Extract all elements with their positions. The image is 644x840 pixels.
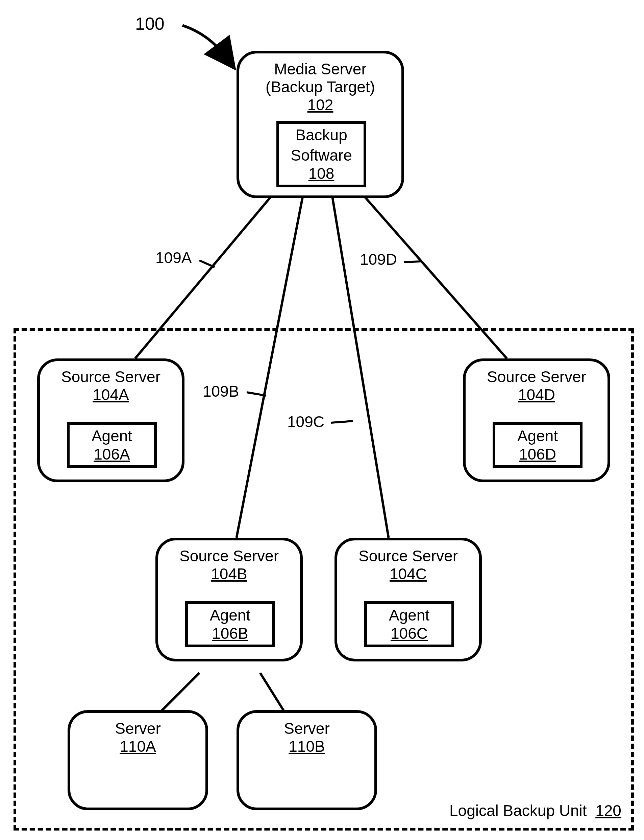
diagram-stage: 100 Media Server (Backup Target) 102 Bac…: [0, 0, 644, 840]
agent-A-label: Agent: [70, 427, 154, 445]
backup-software-ref: 108: [279, 164, 363, 183]
agent-D-label: Agent: [495, 427, 580, 445]
svg-line-1: [199, 260, 215, 267]
server-110A-title: Server: [70, 720, 205, 738]
source-server-A-title: Source Server: [40, 368, 182, 386]
media-server-ref: 102: [239, 96, 401, 114]
agent-box-A: Agent 106A: [67, 422, 157, 468]
agent-A-ref: 106A: [70, 445, 154, 463]
agent-box-D: Agent 106D: [493, 422, 583, 468]
lbu-text: Logical Backup Unit: [449, 802, 587, 819]
media-server-title-line1: Media Server: [239, 60, 401, 78]
logical-backup-unit-label: Logical Backup Unit 120: [449, 801, 621, 820]
backup-software-label2: Software: [279, 146, 363, 164]
agent-B-label: Agent: [188, 606, 272, 624]
source-server-C: Source Server 104C Agent 106C: [335, 538, 482, 661]
source-server-B-ref: 104B: [158, 565, 300, 583]
source-server-C-title: Source Server: [337, 547, 479, 565]
media-server-node: Media Server (Backup Target) 102 Backup …: [237, 51, 404, 198]
agent-C-label: Agent: [367, 606, 452, 624]
source-server-D-ref: 104D: [466, 386, 608, 404]
source-server-C-ref: 104C: [337, 565, 479, 583]
figure-reference: 100: [135, 13, 164, 34]
server-110B: Server 110B: [237, 710, 377, 810]
media-server-title: Media Server (Backup Target) 102: [239, 60, 401, 114]
agent-box-C: Agent 106C: [364, 601, 454, 647]
server-110B-ref: 110B: [239, 738, 375, 756]
source-server-D-title: Source Server: [466, 368, 608, 386]
figure-reference-text: 100: [135, 14, 164, 33]
source-server-D: Source Server 104D Agent 106D: [463, 359, 610, 482]
server-110B-title: Server: [239, 720, 375, 738]
source-server-A-ref: 104A: [40, 386, 182, 404]
agent-B-ref: 106B: [188, 624, 272, 642]
media-server-title-line2: (Backup Target): [239, 78, 401, 96]
backup-software-label1: Backup: [279, 126, 363, 144]
backup-software-box: Backup Software 108: [276, 121, 366, 187]
server-110A: Server 110A: [67, 710, 208, 810]
source-server-B: Source Server 104B Agent 106B: [155, 538, 303, 661]
source-server-A: Source Server 104A Agent 106A: [37, 359, 184, 482]
link-label-109D: 109D: [360, 250, 397, 268]
agent-C-ref: 106C: [367, 624, 452, 642]
lbu-ref: 120: [595, 802, 621, 819]
link-label-109A: 109A: [155, 249, 192, 267]
agent-D-ref: 106D: [495, 445, 580, 463]
agent-box-B: Agent 106B: [185, 601, 275, 647]
source-server-B-title: Source Server: [158, 547, 300, 565]
svg-line-7: [404, 262, 421, 262]
server-110A-ref: 110A: [70, 738, 205, 756]
